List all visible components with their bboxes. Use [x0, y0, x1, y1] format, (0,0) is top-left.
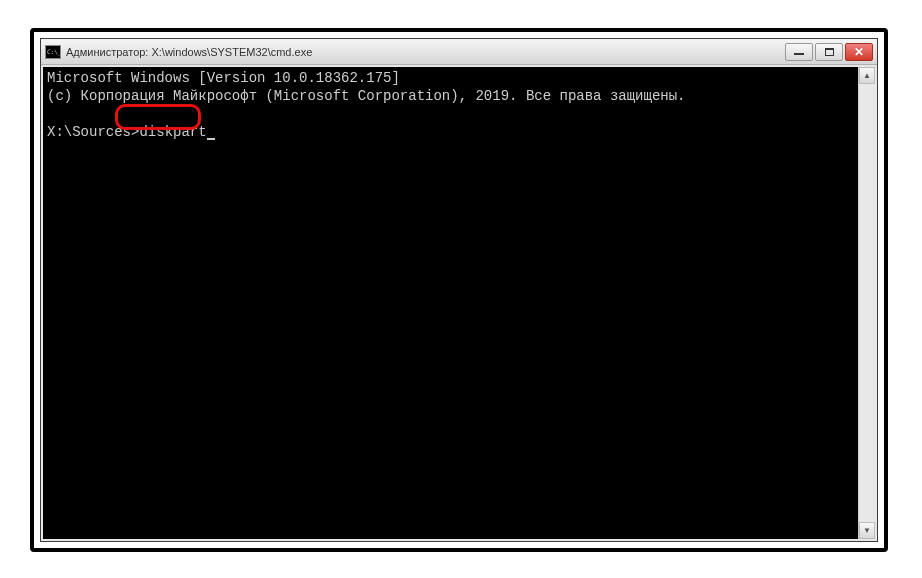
console-area: Microsoft Windows [Version 10.0.18362.17… — [41, 65, 877, 541]
scroll-up-button[interactable]: ▲ — [859, 67, 875, 84]
maximize-button[interactable] — [815, 43, 843, 61]
scroll-track[interactable] — [859, 84, 875, 522]
cmd-icon — [45, 45, 61, 59]
screenshot-border: Администратор: X:\windows\SYSTEM32\cmd.e… — [30, 28, 888, 552]
command-text: diskpart — [139, 124, 206, 140]
version-line: Microsoft Windows [Version 10.0.18362.17… — [47, 70, 400, 86]
window-controls: ✕ — [785, 43, 873, 61]
vertical-scrollbar[interactable]: ▲ ▼ — [858, 67, 875, 539]
close-icon: ✕ — [854, 46, 864, 58]
cursor — [207, 138, 215, 140]
prompt-text: X:\Sources> — [47, 124, 139, 140]
scroll-down-button[interactable]: ▼ — [859, 522, 875, 539]
minimize-icon — [794, 53, 804, 55]
minimize-button[interactable] — [785, 43, 813, 61]
titlebar[interactable]: Администратор: X:\windows\SYSTEM32\cmd.e… — [41, 39, 877, 65]
maximize-icon — [825, 48, 834, 56]
window-title: Администратор: X:\windows\SYSTEM32\cmd.e… — [66, 46, 785, 58]
cmd-window: Администратор: X:\windows\SYSTEM32\cmd.e… — [40, 38, 878, 542]
copyright-line: (c) Корпорация Майкрософт (Microsoft Cor… — [47, 88, 686, 104]
console-output[interactable]: Microsoft Windows [Version 10.0.18362.17… — [43, 67, 858, 539]
close-button[interactable]: ✕ — [845, 43, 873, 61]
